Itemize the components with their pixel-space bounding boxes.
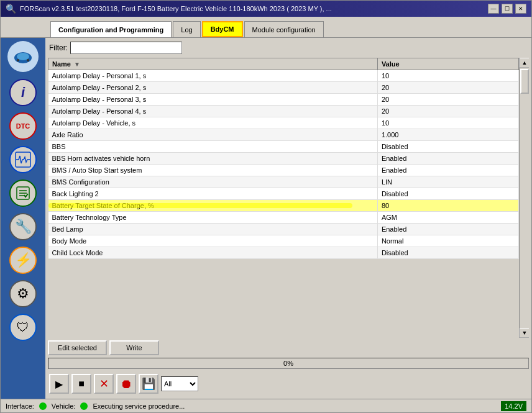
scroll-thumb[interactable] — [520, 69, 529, 94]
table-row[interactable]: Back Lighting 2Disabled — [48, 188, 519, 200]
svg-rect-3 — [27, 59, 29, 61]
table-row[interactable]: Autolamp Delay - Vehicle, s10 — [48, 117, 519, 129]
row-name: Autolamp Delay - Personal 3, s — [48, 94, 378, 106]
table-row[interactable]: BBSDisabled — [48, 141, 519, 153]
table-row[interactable]: Body ModeNormal — [48, 235, 519, 247]
table-row[interactable]: BMS / Auto Stop Start systemEnabled — [48, 165, 519, 176]
sort-icon[interactable]: ▼ — [74, 61, 80, 68]
table-row[interactable]: Autolamp Delay - Personal 4, s20 — [48, 106, 519, 117]
table-row[interactable]: BMS ConfigurationLIN — [48, 176, 519, 188]
row-value: 20 — [377, 82, 518, 94]
row-value: AGM — [377, 212, 518, 224]
filter-bar: Filter: — [48, 40, 529, 55]
voltage-display: 14.2V — [501, 401, 526, 411]
row-name: Body Mode — [48, 235, 378, 247]
table-row[interactable]: Bed LampEnabled — [48, 224, 519, 235]
sidebar-checklist-icon[interactable] — [7, 177, 39, 209]
row-name: Battery Target State of Charge, % — [48, 200, 378, 212]
vehicle-label: Vehicle: — [52, 402, 76, 410]
progress-percent: 0% — [283, 360, 293, 367]
title-bar-left: 🔍 FORScan v2.3.51 test20230118, Ford F-1… — [6, 4, 332, 14]
table-row[interactable]: Autolamp Delay - Personal 1, s10 — [48, 70, 519, 82]
title-bar: 🔍 FORScan v2.3.51 test20230118, Ford F-1… — [1, 1, 531, 17]
row-name: Autolamp Delay - Personal 1, s — [48, 70, 378, 82]
row-value: LIN — [377, 176, 518, 188]
row-value: 10 — [377, 117, 518, 129]
close-button[interactable]: ✕ — [515, 4, 526, 14]
sidebar-dtc-icon[interactable]: DTC — [7, 110, 39, 142]
sidebar-oscilloscope-icon[interactable] — [7, 143, 39, 176]
scroll-up-button[interactable]: ▲ — [520, 58, 529, 68]
sidebar-wrench-icon[interactable]: 🔧 — [7, 211, 39, 243]
table-scroll-area[interactable]: Name ▼ Value Autolamp Delay - Personal 1… — [48, 58, 519, 338]
row-value: 20 — [377, 106, 518, 117]
table-row[interactable]: Autolamp Delay - Personal 3, s20 — [48, 94, 519, 106]
row-name: Autolamp Delay - Vehicle, s — [48, 117, 378, 129]
stop-button[interactable]: ■ — [71, 374, 91, 394]
row-value: 80 — [377, 200, 518, 212]
row-name: BMS / Auto Stop Start system — [48, 165, 378, 176]
vertical-scrollbar[interactable]: ▲ ▼ — [519, 58, 529, 338]
tab-config[interactable]: Configuration and Programming — [50, 21, 172, 37]
interface-indicator — [39, 402, 47, 410]
content-area: Filter: Name ▼ Value — [45, 38, 531, 399]
record-button[interactable]: ⏺ — [116, 374, 136, 394]
bottom-area: Edit selected Write 0% ▶ ■ ✕ — [48, 340, 529, 396]
scroll-down-button[interactable]: ▼ — [520, 328, 529, 338]
tab-bar: Configuration and Programming Log BdyCM … — [1, 17, 531, 38]
row-value: Disabled — [377, 247, 518, 259]
row-name: BBS — [48, 141, 378, 153]
restore-button[interactable]: ☐ — [502, 4, 513, 14]
sidebar-shield-icon[interactable]: 🛡 — [7, 311, 39, 343]
table-row[interactable]: Child Lock ModeDisabled — [48, 247, 519, 259]
col-header-value: Value — [377, 58, 518, 70]
status-message: Executing service procedure... — [93, 402, 185, 410]
sidebar-logo-icon[interactable] — [7, 40, 39, 73]
filter-dropdown[interactable]: All — [161, 376, 198, 391]
action-buttons: Edit selected Write — [48, 340, 529, 355]
sidebar-info-icon[interactable]: i — [7, 76, 39, 109]
sidebar-lightning-icon[interactable]: ⚡ — [7, 244, 39, 276]
table-row[interactable]: BBS Horn activates vehicle hornEnabled — [48, 153, 519, 165]
svg-rect-2 — [17, 59, 19, 61]
row-name: BMS Configuration — [48, 176, 378, 188]
progress-bar: 0% — [48, 358, 529, 369]
write-button[interactable]: Write — [109, 340, 159, 355]
row-name: Axle Ratio — [48, 129, 378, 141]
table-row[interactable]: Battery Technology TypeAGM — [48, 212, 519, 224]
row-value: Disabled — [377, 141, 518, 153]
row-name: Bed Lamp — [48, 224, 378, 235]
title-bar-controls: — ☐ ✕ — [488, 4, 526, 14]
sidebar-gear-icon[interactable]: ⚙ — [7, 278, 39, 310]
main-layout: i DTC — [1, 38, 531, 399]
main-window: 🔍 FORScan v2.3.51 test20230118, Ford F-1… — [0, 0, 532, 413]
svg-point-1 — [17, 53, 29, 60]
table-row[interactable]: Axle Ratio1.000 — [48, 129, 519, 141]
config-table: Name ▼ Value Autolamp Delay - Personal 1… — [48, 58, 519, 259]
table-row[interactable]: Autolamp Delay - Personal 2, s20 — [48, 82, 519, 94]
table-row[interactable]: Battery Target State of Charge, %80 — [48, 200, 519, 212]
sidebar: i DTC — [1, 38, 45, 399]
row-value: 10 — [377, 70, 518, 82]
filter-input[interactable] — [70, 42, 182, 54]
window-title: FORScan v2.3.51 test20230118, Ford F-150… — [20, 5, 332, 12]
row-name: Autolamp Delay - Personal 2, s — [48, 82, 378, 94]
cancel-button[interactable]: ✕ — [94, 374, 114, 394]
edit-selected-button[interactable]: Edit selected — [48, 340, 107, 355]
row-value: Enabled — [377, 224, 518, 235]
row-name: Back Lighting 2 — [48, 188, 378, 200]
row-name: Battery Technology Type — [48, 212, 378, 224]
vehicle-indicator — [80, 402, 88, 410]
row-name: Child Lock Mode — [48, 247, 378, 259]
play-button[interactable]: ▶ — [49, 374, 69, 394]
interface-label: Interface: — [6, 402, 34, 410]
row-value: Normal — [377, 235, 518, 247]
tab-module[interactable]: Module configuration — [244, 21, 324, 37]
tab-log[interactable]: Log — [173, 21, 200, 37]
tab-bdycm[interactable]: BdyCM — [202, 21, 243, 37]
row-value: Enabled — [377, 153, 518, 165]
row-name: Autolamp Delay - Personal 4, s — [48, 106, 378, 117]
save-button[interactable]: 💾 — [139, 374, 158, 394]
row-value: 20 — [377, 94, 518, 106]
minimize-button[interactable]: — — [488, 4, 499, 14]
